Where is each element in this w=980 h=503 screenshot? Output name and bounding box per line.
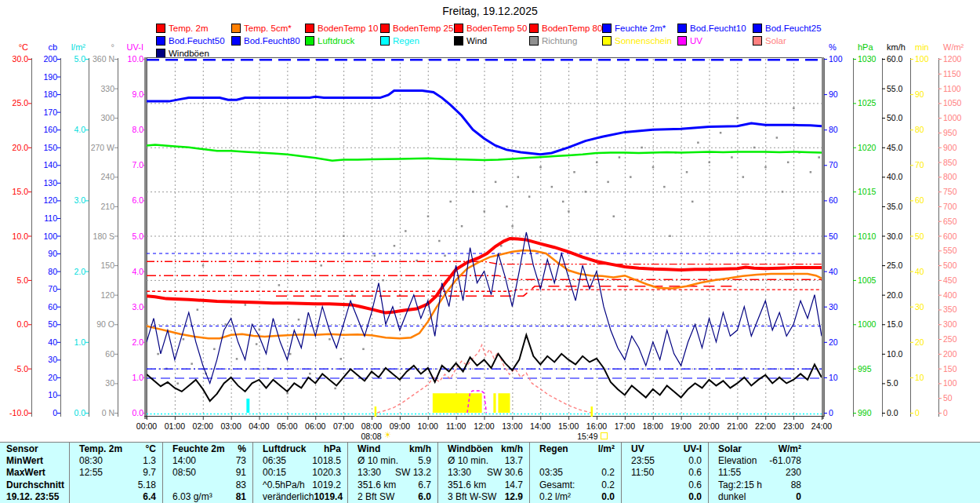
x-axis-tick-label: 06:00 <box>301 422 329 431</box>
table-cell-time: 11:50 <box>628 467 654 478</box>
table-group-header: LuftdruckhPa <box>253 443 347 454</box>
series-solar <box>377 345 591 413</box>
table-cell-value: SW 13.2 <box>395 467 431 478</box>
table-cell-value: 5.18 <box>138 479 156 490</box>
x-axis-tick-label: 14:00 <box>526 422 554 431</box>
table-group-header: Temp. 2m°C <box>70 443 162 454</box>
bars-regen <box>246 399 249 413</box>
table-cell-time: 12:55 <box>76 467 103 478</box>
table-cell-time: 08:30 <box>76 455 103 466</box>
table-row: veränderlich1019.4 <box>253 491 347 503</box>
table-cell-time: Ø 10 min. <box>354 455 398 466</box>
table-row: 11:500.6 <box>622 467 708 479</box>
table-cell-time: 3 Bft W-SW <box>445 491 496 502</box>
table-row: 11:55230 <box>709 467 808 479</box>
table-group-header: Windböenkm/h <box>438 443 529 454</box>
table-cell-time: 0.2 l/m² <box>536 491 571 502</box>
table-row: 08:5091 <box>163 467 252 479</box>
table-group-name: Temp. 2m <box>76 443 122 454</box>
table-cell-time: 08:50 <box>169 467 196 478</box>
table-cell-value: 0 <box>796 491 801 502</box>
axis-lines <box>28 58 942 417</box>
table-cell-value: 0.6 <box>688 467 702 478</box>
x-axis-tick-label: 13:00 <box>498 422 526 431</box>
x-axis-tick-label: 10:00 <box>414 422 442 431</box>
table-cell-time: 351.6 km <box>445 479 486 490</box>
table-group-luftdruck: LuftdruckhPa06:351018.500:151020.3^0.5hP… <box>252 443 347 503</box>
table-group-unit: % <box>238 443 246 454</box>
x-axis-tick-label: 19:00 <box>667 422 695 431</box>
scatter-richtung <box>151 108 820 395</box>
table-row: Elevation-61.078 <box>709 454 808 466</box>
table-group-name: Windböen <box>445 443 493 454</box>
table-cell-value: 14.7 <box>505 479 523 490</box>
table-cell-value: 91 <box>236 467 246 478</box>
x-axis-tick-label: 22:00 <box>751 422 779 431</box>
weather-app-window: { "title": "Freitag, 19.12.2025", "legen… <box>0 0 980 503</box>
table-row: 23:550.0 <box>622 454 708 466</box>
x-axis-tick-label: 08:00 <box>358 422 386 431</box>
x-axis-tick-label: 07:00 <box>329 422 358 431</box>
table-group-feuchte-2m: Feuchte 2m%14:007308:5091836.03 g/m³81 <box>162 443 252 503</box>
table-cell-value: 13.7 <box>505 455 523 466</box>
table-cell-time: Ø 10 min. <box>445 455 488 466</box>
table-group-regen: Regenl/m²03:350.2Gesamt:0.20.2 l/m²0.0 <box>529 443 621 503</box>
table-cell-value: 0.0 <box>688 455 702 466</box>
table-row: ^0.5hPa/h1019.2 <box>253 479 347 490</box>
table-cell-value: 1019.4 <box>314 491 343 502</box>
table-cell-time: 351.6 km <box>354 479 396 490</box>
table-corner-cell: Sensor <box>0 443 69 454</box>
table-cell-time: ^0.5hPa/h <box>260 479 305 490</box>
table-row: 6.03 g/m³81 <box>163 491 252 503</box>
table-group-name: Feuchte 2m <box>169 443 225 454</box>
table-group-name: Regen <box>536 443 568 454</box>
x-axis-tick-label: 03:00 <box>217 422 245 431</box>
table-row-label: 19.12. 23:55 <box>0 491 69 503</box>
x-axis-tick-label: 23:00 <box>779 422 808 431</box>
table-group-unit: hPa <box>324 443 341 454</box>
table-row: Ø 10 min.13.7 <box>438 454 529 466</box>
table-cell-time: 00:15 <box>260 467 286 478</box>
table-group-unit: km/h <box>501 443 523 454</box>
table-group-header: Feuchte 2m% <box>163 443 252 454</box>
table-cell-value: 6.0 <box>418 491 431 502</box>
table-cell-value: 73 <box>236 455 246 466</box>
table-row: 12:559.7 <box>70 467 162 479</box>
table-cell-value: 0.0 <box>601 491 615 502</box>
table-row: 14:0073 <box>163 454 252 466</box>
x-axis-tick-label: 15:00 <box>554 422 583 431</box>
table-group-header: SolarW/m² <box>709 443 808 454</box>
x-axis-tick-label: 01:00 <box>161 422 189 431</box>
table-row: dunkel0 <box>709 491 808 503</box>
x-axis-tick-label: 11:00 <box>442 422 470 431</box>
x-axis-tick-label: 18:00 <box>639 422 667 431</box>
table-group-wind: Windkm/hØ 10 min.5.913:30SW 13.2351.6 km… <box>347 443 437 503</box>
table-group-unit: °C <box>146 443 156 454</box>
table-cell-value: 0.0 <box>688 491 702 502</box>
table-cell-value: SW 30.6 <box>487 467 523 478</box>
table-group-solar: SolarW/m²Elevation-61.07811:55230Tag:2:1… <box>708 443 808 503</box>
table-cell-time: Elevation <box>715 455 757 466</box>
x-axis-tick-label: 00:00 <box>132 422 161 431</box>
table-group-header: Windkm/h <box>348 443 437 454</box>
sunset-time: 15:49 <box>551 432 598 441</box>
table-group-header: Regenl/m² <box>530 443 621 454</box>
table-cell-value: 1019.2 <box>312 479 341 490</box>
table-cell-time: veränderlich <box>260 491 314 502</box>
table-cell-time: 2 Bft SW <box>354 491 394 502</box>
x-axis-tick-label: 17:00 <box>611 422 639 431</box>
table-row: 06:351018.5 <box>253 454 347 466</box>
table-cell-value: 12.9 <box>505 491 523 502</box>
table-cell-value: 1020.3 <box>312 467 341 478</box>
table-cell-time: Tag:2:15 h <box>715 479 762 490</box>
x-axis-tick-label: 09:00 <box>386 422 414 431</box>
sunrise-icon: ☀ <box>384 431 392 439</box>
table-group-name: Luftdruck <box>260 443 306 454</box>
table-cell-time: 6.03 g/m³ <box>169 491 212 502</box>
x-axis-tick-label: 16:00 <box>583 422 611 431</box>
table-row: 03:350.2 <box>530 467 621 479</box>
table-row-label: MinWert <box>0 454 69 466</box>
table-row-label: MaxWert <box>0 467 69 479</box>
table-row: 351.6 km14.7 <box>438 479 529 490</box>
table-group-unit: W/m² <box>779 443 801 454</box>
